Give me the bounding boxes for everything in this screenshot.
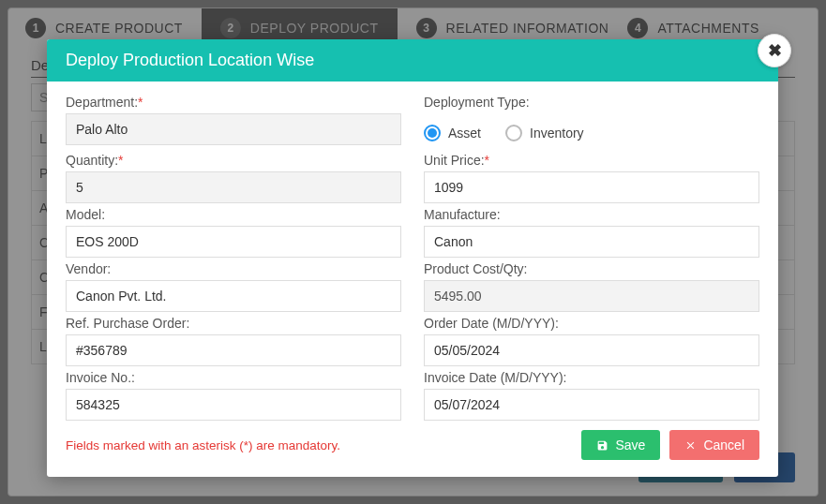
radio-asset[interactable]: Asset (424, 125, 481, 141)
product-cost-qty-row: Product Cost/Qty: (424, 261, 759, 312)
department-label: Department:* (66, 95, 401, 110)
ref-po-input[interactable] (66, 334, 401, 366)
deployment-type-label: Deployment Type: (424, 95, 759, 110)
radio-asset-label: Asset (448, 126, 481, 141)
quantity-input[interactable] (66, 171, 401, 203)
cancel-icon (684, 439, 697, 452)
radio-checked-icon (424, 125, 441, 141)
product-cost-qty-label: Product Cost/Qty: (424, 261, 759, 276)
invoice-date-label: Invoice Date (M/D/YYY): (424, 370, 759, 385)
ref-po-field-row: Ref. Purchase Order: (66, 316, 401, 366)
department-input[interactable] (66, 113, 401, 145)
unit-price-input[interactable] (424, 171, 759, 203)
invoice-date-field-row: Invoice Date (M/D/YYY): (424, 370, 759, 421)
invoice-no-input[interactable] (66, 389, 401, 421)
radio-inventory[interactable]: Inventory (505, 125, 584, 141)
radio-inventory-label: Inventory (530, 126, 584, 141)
invoice-no-field-row: Invoice No.: (66, 370, 401, 421)
manufacture-input[interactable] (424, 226, 759, 258)
model-input[interactable] (66, 226, 401, 258)
vendor-label: Vendor: (66, 261, 401, 276)
close-button[interactable]: ✖ (758, 34, 791, 67)
close-icon: ✖ (768, 40, 782, 61)
deployment-type-row: Deployment Type: Asset Inventory (424, 95, 759, 149)
modal-title: Deploy Production Location Wise (47, 39, 778, 82)
order-date-input[interactable] (424, 334, 759, 366)
radio-unchecked-icon (505, 125, 522, 141)
model-field-row: Model: (66, 207, 401, 258)
vendor-field-row: Vendor: (66, 261, 401, 312)
order-date-field-row: Order Date (M/D/YYY): (424, 316, 759, 366)
vendor-input[interactable] (66, 280, 401, 312)
order-date-label: Order Date (M/D/YYY): (424, 316, 759, 331)
deploy-modal: ✖ Deploy Production Location Wise Depart… (47, 39, 778, 477)
save-label: Save (615, 437, 645, 452)
unit-price-label: Unit Price:* (424, 153, 759, 168)
cancel-button[interactable]: Cancel (669, 430, 759, 460)
manufacture-label: Manufacture: (424, 207, 759, 222)
unit-price-field-row: Unit Price:* (424, 153, 759, 203)
invoice-date-input[interactable] (424, 389, 759, 421)
invoice-no-label: Invoice No.: (66, 370, 401, 385)
product-cost-qty-input (424, 280, 759, 312)
quantity-label: Quantity:* (66, 153, 401, 168)
model-label: Model: (66, 207, 401, 222)
save-button[interactable]: Save (581, 430, 660, 460)
manufacture-field-row: Manufacture: (424, 207, 759, 258)
quantity-field-row: Quantity:* (66, 153, 401, 203)
cancel-label: Cancel (703, 437, 744, 452)
department-field-row: Department:* (66, 95, 401, 149)
ref-po-label: Ref. Purchase Order: (66, 316, 401, 331)
save-icon (596, 439, 608, 452)
mandatory-note: Fields marked with an asterisk (*) are m… (66, 438, 581, 452)
